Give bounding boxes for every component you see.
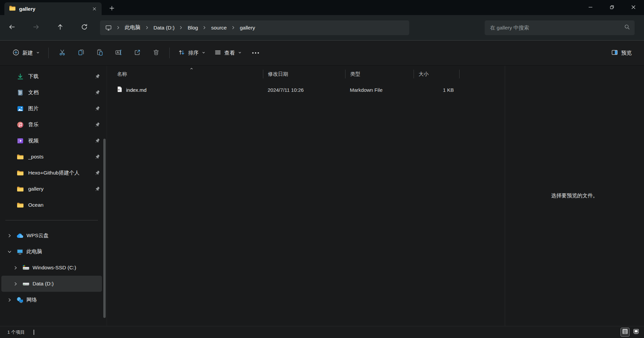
sidebar-item-pictures[interactable]: 图片 xyxy=(1,100,102,117)
maximize-restore-button[interactable] xyxy=(601,0,623,15)
sidebar-item-network[interactable]: 网络 xyxy=(1,292,102,308)
pin-icon[interactable] xyxy=(94,90,102,95)
sort-button[interactable]: 排序 xyxy=(174,46,210,60)
breadcrumb-chevron-icon xyxy=(115,26,121,29)
copy-button[interactable] xyxy=(71,46,90,60)
up-icon xyxy=(57,23,64,32)
sidebar-item-drive-d[interactable]: Data (D:) xyxy=(1,276,102,292)
sidebar-item-hexo-github[interactable]: Hexo+Github搭建个人 xyxy=(1,165,102,181)
folder-icon xyxy=(9,5,16,12)
sidebar-item-label: Windows-SSD (C:) xyxy=(33,265,102,271)
new-button-label: 新建 xyxy=(22,50,33,57)
rename-button[interactable] xyxy=(109,46,128,60)
pin-icon[interactable] xyxy=(94,170,102,176)
sidebar-item-label: 音乐 xyxy=(28,121,90,128)
pin-icon[interactable] xyxy=(94,154,102,160)
breadcrumb-item[interactable]: source xyxy=(208,23,230,33)
sidebar-scrollbar[interactable] xyxy=(103,139,106,318)
chevron-right-icon[interactable] xyxy=(5,231,13,240)
pc-icon[interactable] xyxy=(103,22,114,33)
column-divider[interactable] xyxy=(459,70,460,78)
sidebar-item-documents[interactable]: 文档 xyxy=(1,84,102,100)
restore-icon xyxy=(610,5,614,11)
sidebar-item-drive-c[interactable]: Windows-SSD (C:) xyxy=(1,260,102,276)
close-window-button[interactable] xyxy=(623,0,644,15)
main-area: 下载文档图片音乐视频_postsHexo+Github搭建个人galleryOc… xyxy=(0,66,644,326)
search-input[interactable] xyxy=(490,25,624,31)
sidebar-item-label: Hexo+Github搭建个人 xyxy=(28,170,90,177)
up-button[interactable] xyxy=(53,21,67,35)
sidebar-pinned-list: 下载文档图片音乐视频_postsHexo+Github搭建个人galleryOc… xyxy=(0,68,107,213)
file-name-cell: M↓index.md xyxy=(116,86,263,93)
file-name: index.md xyxy=(126,87,147,93)
chevron-right-icon[interactable] xyxy=(11,264,19,272)
sidebar-item-wps-cloud[interactable]: WPS云盘 xyxy=(1,227,102,244)
new-tab-button[interactable] xyxy=(106,3,118,14)
cut-button[interactable] xyxy=(53,46,71,60)
forward-icon xyxy=(33,23,40,32)
chevron-right-icon[interactable] xyxy=(5,296,13,304)
preview-empty-message: 选择要预览的文件。 xyxy=(551,192,598,199)
markdown-file-icon: M↓ xyxy=(116,86,123,93)
back-button[interactable] xyxy=(5,21,19,35)
pin-icon[interactable] xyxy=(94,122,102,128)
chevron-right-icon[interactable] xyxy=(11,280,19,288)
sidebar-item-videos[interactable]: 视频 xyxy=(1,133,102,149)
minimize-icon xyxy=(588,5,593,11)
pin-icon[interactable] xyxy=(94,186,102,192)
preview-button[interactable]: 预览 xyxy=(607,46,636,60)
breadcrumb-item[interactable]: Data (D:) xyxy=(150,23,178,33)
chevron-down-icon xyxy=(202,50,206,56)
thumbnail-view-toggle[interactable] xyxy=(632,328,641,337)
minimize-button[interactable] xyxy=(580,0,601,15)
address-bar[interactable]: 此电脑Data (D:)Blogsourcegallery xyxy=(100,20,409,35)
view-button[interactable]: 查看 xyxy=(210,46,246,60)
breadcrumb-item[interactable]: gallery xyxy=(236,23,259,33)
rename-icon xyxy=(115,49,122,57)
sidebar-item-posts[interactable]: _posts xyxy=(1,149,102,165)
file-row[interactable]: M↓index.md2024/7/11 10:26Markdown File1 … xyxy=(107,82,505,97)
preview-button-label: 预览 xyxy=(621,50,632,57)
sidebar-item-this-pc[interactable]: 此电脑 xyxy=(1,244,102,260)
new-button[interactable]: 新建 xyxy=(8,46,44,60)
sidebar-item-label: 网络 xyxy=(26,296,102,303)
tab-title: gallery xyxy=(19,6,87,12)
drive-windows-icon xyxy=(22,264,30,271)
paste-button[interactable] xyxy=(90,46,109,60)
chevron-down-icon[interactable] xyxy=(5,248,13,256)
pictures-icon xyxy=(17,105,24,112)
forward-button[interactable] xyxy=(29,21,43,35)
breadcrumb: 此电脑Data (D:)Blogsourcegallery xyxy=(115,22,259,33)
sidebar-tree-list: WPS云盘此电脑Windows-SSD (C:)Data (D:)网络 xyxy=(0,227,107,308)
pin-icon[interactable] xyxy=(94,74,102,79)
column-header-size[interactable]: 大小 xyxy=(414,66,459,82)
toolbar-divider xyxy=(48,48,49,58)
file-date-modified: 2024/7/11 10:26 xyxy=(263,87,345,93)
column-header-date-modified[interactable]: 修改日期 xyxy=(263,66,345,82)
sidebar-item-downloads[interactable]: 下载 xyxy=(1,68,102,84)
sidebar-item-music[interactable]: 音乐 xyxy=(1,117,102,133)
column-header-type[interactable]: 类型 xyxy=(345,66,414,82)
sidebar: 下载文档图片音乐视频_postsHexo+Github搭建个人galleryOc… xyxy=(0,66,107,326)
network-icon xyxy=(16,296,23,303)
sidebar-item-gallery[interactable]: gallery xyxy=(1,181,102,197)
refresh-button[interactable] xyxy=(77,21,91,35)
breadcrumb-item[interactable]: Blog xyxy=(184,23,201,33)
more-options-button[interactable] xyxy=(246,46,265,60)
preview-pane: 选择要预览的文件。 xyxy=(505,66,644,326)
sidebar-item-label: 文档 xyxy=(28,89,90,96)
file-rows: M↓index.md2024/7/11 10:26Markdown File1 … xyxy=(107,82,505,97)
sidebar-item-ocean[interactable]: Ocean xyxy=(1,197,102,213)
folder-icon xyxy=(17,186,24,193)
sidebar-item-label: Data (D:) xyxy=(33,281,102,287)
search-box[interactable] xyxy=(485,20,635,35)
delete-button[interactable] xyxy=(147,46,165,60)
tab-close-icon[interactable] xyxy=(90,5,98,13)
tab-gallery[interactable]: gallery xyxy=(4,2,102,15)
pin-icon[interactable] xyxy=(94,138,102,144)
breadcrumb-item[interactable]: 此电脑 xyxy=(121,22,144,33)
pin-icon[interactable] xyxy=(94,106,102,112)
share-button[interactable] xyxy=(128,46,147,60)
music-icon xyxy=(17,121,24,128)
details-view-toggle[interactable] xyxy=(621,328,630,337)
